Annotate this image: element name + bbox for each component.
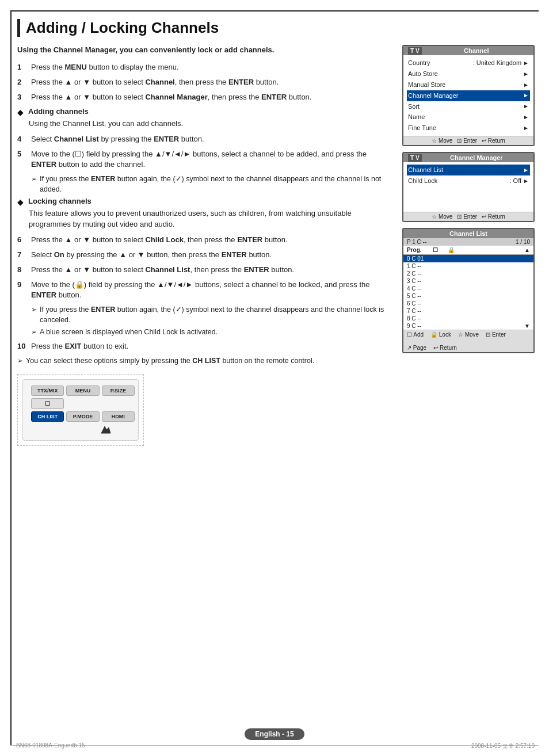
screen1-footer: ☆ Move ⊡ Enter ↩ Return <box>403 136 533 145</box>
screen2-tv-label: T V <box>408 154 422 162</box>
cl-row8-prog: 8 C -- <box>407 315 423 322</box>
step-10: 10 Press the EXIT button to exit. <box>17 341 392 352</box>
screen3-col-headers: Prog. ☐ 🔒 ▲ <box>403 246 533 255</box>
screen3-topbar: Channel List <box>403 229 533 238</box>
cl-row6-prog: 6 C -- <box>407 300 423 307</box>
screen3-footer-return: ↩ Return <box>433 345 457 351</box>
step-num-9: 9 <box>17 280 26 301</box>
intro-text: Using the Channel Manager, you can conve… <box>17 45 392 55</box>
note-locking-2: ➢ A blue screen is displayed when Child … <box>31 327 392 338</box>
step-text-4: Select Channel List by pressing the ENTE… <box>31 134 204 145</box>
screen1-body: Country : United Kingdom► Auto Store ► M… <box>403 55 533 136</box>
cl-row-5: 5 C -- <box>403 292 533 300</box>
step-6: 6 Press the ▲ or ▼ button to select Chil… <box>17 235 392 246</box>
screen1-footer-move: ☆ Move <box>432 138 452 144</box>
step-text-2: Press the ▲ or ▼ button to select Channe… <box>31 77 279 88</box>
col-scroll-up: ▲ <box>524 247 530 253</box>
cl-row9-prog: 9 C -- <box>407 323 423 329</box>
step-text-9: Move to the (🔒) field by pressing the ▲/… <box>31 280 392 301</box>
screen3-subbar: P 1 C -- 1 / 10 <box>403 238 533 246</box>
step-5: 5 Move to the (☐) field by pressing the … <box>17 149 392 171</box>
screen1-row-channelmanager: Channel Manager ► <box>407 90 530 101</box>
step-4: 4 Select Channel List by pressing the EN… <box>17 134 392 145</box>
cl-row-7: 7 C -- <box>403 307 533 315</box>
bullet-adding-title: Adding channels <box>28 107 89 116</box>
step-num-5: 5 <box>17 149 26 171</box>
bullet-locking-header: ◆ Locking channels <box>17 197 392 207</box>
screen-channel-list: Channel List P 1 C -- 1 / 10 Prog. ☐ 🔒 ▲… <box>402 228 535 353</box>
cl-row-9: 9 C -- ▼ <box>403 322 533 330</box>
bottom-bar: BN68-01808A-Eng.indb 15 2008-11-05 오후 2:… <box>16 742 535 750</box>
screen3-footer: ☐ Add 🔒 Lock ☆ Move ⊡ Enter ↗ Page ↩ Ret… <box>403 330 533 352</box>
screen2-footer: ☆ Move ⊡ Enter ↩ Return <box>403 212 533 221</box>
screen3-footer-enter: ⊡ Enter <box>486 331 506 338</box>
step-8: 8 Press the ▲ or ▼ button to select Chan… <box>17 265 392 276</box>
bullet-locking-title: Locking channels <box>28 197 92 205</box>
page-border-top <box>10 10 539 12</box>
cl-row3-prog: 3 C -- <box>407 278 423 284</box>
cl-row2-prog: 2 C -- <box>407 270 423 277</box>
page-title: Adding / Locking Channels <box>26 19 535 37</box>
note-chlist: ➢ You can select these options simply by… <box>17 356 392 366</box>
cl-row-6: 6 C -- <box>403 300 533 307</box>
screen1-tv-label: T V <box>408 47 422 55</box>
step-num-1: 1 <box>17 62 26 73</box>
screen1-row-autostore: Auto Store ► <box>407 68 530 79</box>
cl-row-4: 4 C -- <box>403 285 533 292</box>
note-arrow-lock2-icon: ➢ <box>31 327 37 338</box>
remote-btn-icon[interactable]: ☐ <box>31 398 64 409</box>
screen2-footer-enter: ⊡ Enter <box>457 213 477 220</box>
screen2-footer-return: ↩ Return <box>482 213 505 220</box>
step-2: 2 Press the ▲ or ▼ button to select Chan… <box>17 77 392 88</box>
remote-btn-psize[interactable]: P.SIZE <box>102 385 135 396</box>
screen1-title: Channel <box>464 47 489 54</box>
cl-row-8: 8 C -- <box>403 315 533 322</box>
screen3-footer-lock: 🔒 Lock <box>430 331 451 338</box>
cursor-arrow-icon <box>100 424 113 434</box>
step-text-6: Press the ▲ or ▼ button to select Child … <box>31 235 288 246</box>
col-prog: Prog. <box>407 247 423 253</box>
screen3-footer-page: ↗ Page <box>407 345 426 351</box>
step-num-4: 4 <box>17 134 26 145</box>
svg-marker-0 <box>101 426 110 433</box>
screen2-header: T V Channel Manager <box>403 153 533 162</box>
screen1-row-finetune: Fine Tune ► <box>407 123 530 133</box>
cl-row-0: 0 C 01 <box>403 255 533 262</box>
screen2-body: Channel List ► Child Lock : Off► <box>403 162 533 212</box>
screen1-row-manualstore: Manual Store ► <box>407 79 530 90</box>
remote-btn-chlist[interactable]: CH LIST <box>31 411 64 422</box>
step-num-8: 8 <box>17 265 26 276</box>
remote-btn-menu[interactable]: MENU <box>66 385 99 396</box>
remote-btn-ttxmix[interactable]: TTX/MIX <box>31 385 64 396</box>
note-locking-1: ➢ If you press the ENTER button again, t… <box>31 305 392 325</box>
screen1-footer-return: ↩ Return <box>482 138 505 144</box>
step-text-7: Select On by pressing the ▲ or ▼ button,… <box>31 250 272 261</box>
step-num-3: 3 <box>17 92 26 103</box>
col-scroll-down: ▼ <box>524 323 530 329</box>
remote-btn-hdmi[interactable]: HDMI <box>102 411 135 422</box>
screen2-row-channellist: Channel List ► <box>407 165 530 175</box>
cl-row-2: 2 C -- <box>403 270 533 277</box>
note-locking-1-text: If you press the ENTER button again, the… <box>40 305 392 325</box>
screen1-row-name: Name ► <box>407 112 530 123</box>
screen1-footer-enter: ⊡ Enter <box>457 138 477 144</box>
cl-row4-prog: 4 C -- <box>407 285 423 292</box>
cl-row7-prog: 7 C -- <box>407 308 423 314</box>
bottom-right-text: 2008-11-05 오후 2:57:10 <box>471 742 535 750</box>
note-arrow-chlist-icon: ➢ <box>17 356 23 366</box>
footer-badge: English - 15 <box>245 728 304 740</box>
bullet-adding: ◆ Adding channels Using the Channel List… <box>17 107 392 129</box>
screen3-prog-range: P 1 C -- <box>407 239 426 245</box>
bullet-adding-body: Using the Channel List, you can add chan… <box>29 119 392 129</box>
cl-row0-prog: 0 C 01 <box>407 255 424 262</box>
cl-row-3: 3 C -- <box>403 277 533 285</box>
page-border-left <box>10 10 12 746</box>
cl-row1-prog: 1 C -- <box>407 263 423 269</box>
screen3-footer-move: ☆ Move <box>458 331 479 338</box>
remote-control-image: TTX/MIX MENU P.SIZE ☐ CH LIST P.MODE HDM… <box>17 374 144 446</box>
step-text-10: Press the EXIT button to exit. <box>31 341 128 352</box>
step-1: 1 Press the MENU button to display the m… <box>17 62 392 73</box>
remote-btn-pmode[interactable]: P.MODE <box>66 411 99 422</box>
col-lock: 🔒 <box>447 247 455 253</box>
screen3-footer-add: ☐ Add <box>407 331 424 338</box>
